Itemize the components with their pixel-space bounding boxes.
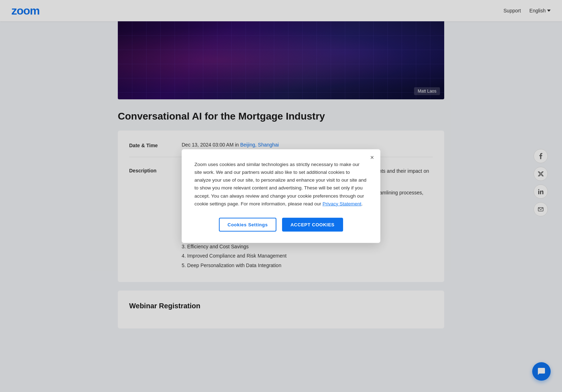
cookie-text: Zoom uses cookies and similar technologi… [194,160,368,208]
accept-cookies-button[interactable]: ACCEPT COOKIES [282,218,343,232]
cookies-settings-button[interactable]: Cookies Settings [219,218,276,232]
cookie-banner: × Zoom uses cookies and similar technolo… [182,149,380,243]
cookie-actions: Cookies Settings ACCEPT COOKIES [194,218,368,232]
cookie-close-button[interactable]: × [370,154,374,160]
privacy-statement-link[interactable]: Privacy Statement [323,201,362,206]
